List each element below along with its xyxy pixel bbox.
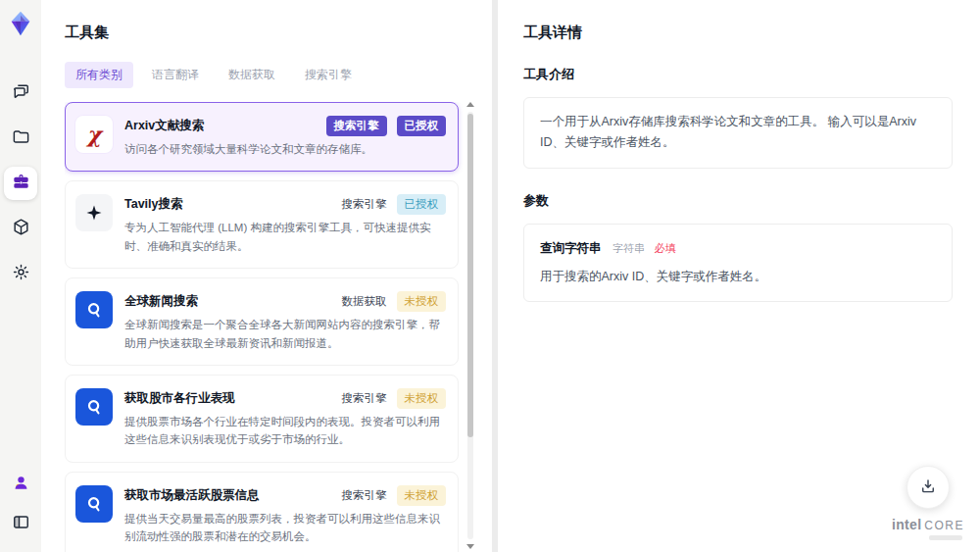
parameter-required-label: 必填: [654, 242, 675, 254]
parameter-type: 字符串: [612, 242, 645, 254]
tab-search-engine[interactable]: 搜索引擎: [294, 62, 363, 88]
tool-card-tavily[interactable]: Tavily搜索 专为人工智能代理 (LLM) 构建的搜索引擎工具，可快速提供实…: [65, 180, 459, 269]
tool-intro-text: 一个用于从Arxiv存储库搜索科学论文和文章的工具。 输入可以是Arxiv ID…: [523, 97, 953, 169]
tool-card-arxiv[interactable]: χ Arxiv文献搜索 访问各个研究领域大量科学论文和文章的存储库。 搜索引擎 …: [65, 102, 459, 172]
tool-list: χ Arxiv文献搜索 访问各个研究领域大量科学论文和文章的存储库。 搜索引擎 …: [65, 102, 474, 552]
params-heading: 参数: [523, 192, 953, 210]
app-logo: [7, 10, 34, 37]
category-tabs: 所有类别 语言翻译 数据获取 搜索引擎: [65, 62, 474, 88]
cube-icon: [12, 218, 30, 239]
auth-status-badge: 未授权: [397, 485, 447, 506]
sidebar-item-chat[interactable]: [4, 76, 37, 110]
gear-icon: [12, 263, 30, 284]
category-badge: 搜索引擎: [342, 197, 387, 212]
sidebar-item-settings[interactable]: [4, 257, 37, 290]
intel-wordmark: intel: [892, 517, 921, 532]
tool-description: 全球新闻搜索是一个聚合全球各大新闻网站内容的搜索引擎，帮助用户快速获取全球最新资…: [124, 316, 446, 352]
tavily-star-icon: [75, 194, 113, 231]
scrollbar-up-arrow-icon[interactable]: [466, 102, 474, 107]
tab-data-fetching[interactable]: 数据获取: [218, 62, 286, 88]
sidebar-item-panel-toggle[interactable]: [4, 507, 37, 540]
tab-language-translation[interactable]: 语言翻译: [141, 62, 210, 88]
tool-description: 访问各个研究领域大量科学论文和文章的存储库。: [124, 140, 446, 158]
list-scrollbar[interactable]: [466, 102, 474, 549]
tool-card-global-news[interactable]: 全球新闻搜索 全球新闻搜索是一个聚合全球各大新闻网站内容的搜索引擎，帮助用户快速…: [65, 277, 459, 366]
corner-widgets: intel CORE: [892, 466, 964, 540]
category-badge: 数据获取: [342, 294, 387, 309]
category-badge: 搜索引擎: [326, 116, 387, 136]
blue-search-icon: [75, 388, 113, 426]
download-icon: [919, 477, 937, 498]
sidebar: [0, 0, 41, 552]
tool-description: 提供股票市场各个行业在特定时间段内的表现。投资者可以利用这些信息来识别表现优于或…: [124, 413, 446, 449]
sidebar-item-profile[interactable]: [4, 468, 37, 501]
sidebar-item-files[interactable]: [4, 122, 37, 155]
intel-core-logo: intel CORE: [892, 517, 964, 532]
tool-description: 专为人工智能代理 (LLM) 构建的搜索引擎工具，可快速提供实时、准确和真实的结…: [124, 219, 446, 255]
sidebar-item-tools[interactable]: [4, 167, 37, 200]
parameter-name: 查询字符串: [540, 241, 602, 255]
arxiv-icon: χ: [75, 116, 113, 153]
parameter-description: 用于搜索的Arxiv ID、关键字或作者姓名。: [540, 267, 936, 287]
blue-search-icon: [75, 485, 113, 523]
panel-toggle-icon: [12, 513, 30, 534]
core-wordmark: CORE: [924, 519, 964, 532]
tools-panel: 工具集 所有类别 语言翻译 数据获取 搜索引擎 χ Arxiv文献搜索 访问各个…: [41, 0, 492, 552]
category-badge: 搜索引擎: [342, 391, 387, 406]
auth-status-badge: 已授权: [397, 194, 447, 215]
blue-search-icon: [75, 291, 113, 328]
tool-card-most-active-stocks[interactable]: 获取市场最活跃股票信息 提供当天交易量最高的股票列表，投资者可以利用这些信息来识…: [65, 472, 459, 552]
category-badge: 搜索引擎: [342, 488, 387, 503]
tool-description: 提供当天交易量最高的股票列表，投资者可以利用这些信息来识别流动性强的股票和潜在的…: [124, 510, 446, 546]
auth-status-badge: 已授权: [397, 116, 447, 136]
scrollbar-thumb[interactable]: [467, 114, 473, 437]
auth-status-badge: 未授权: [397, 388, 447, 409]
download-button[interactable]: [906, 466, 950, 509]
scrollbar-down-arrow-icon[interactable]: [466, 544, 474, 549]
tab-all-categories[interactable]: 所有类别: [65, 62, 133, 88]
page-title: 工具集: [65, 24, 474, 42]
panel-divider: [492, 0, 498, 552]
briefcase-icon: [12, 173, 30, 194]
chat-icon: [12, 82, 30, 104]
auth-status-badge: 未授权: [397, 291, 447, 312]
user-icon: [12, 474, 30, 495]
detail-title: 工具详情: [523, 24, 953, 42]
tool-card-sector-performance[interactable]: 获取股市各行业表现 提供股票市场各个行业在特定时间段内的表现。投资者可以利用这些…: [65, 375, 459, 463]
intel-sub-badge: [929, 535, 962, 540]
parameter-card: 查询字符串 字符串 必填 用于搜索的Arxiv ID、关键字或作者姓名。: [523, 224, 953, 303]
intro-heading: 工具介绍: [523, 66, 953, 83]
folder-icon: [12, 127, 30, 149]
sidebar-item-models[interactable]: [4, 212, 37, 245]
